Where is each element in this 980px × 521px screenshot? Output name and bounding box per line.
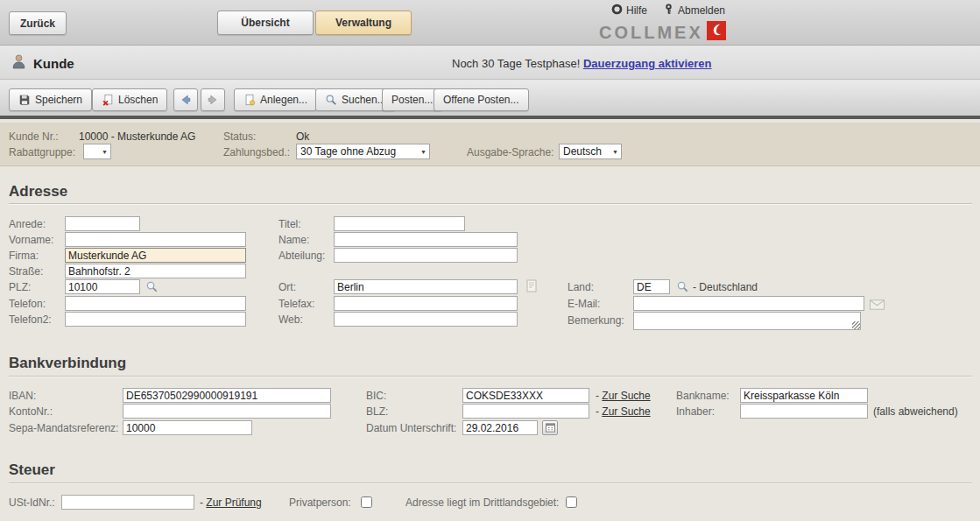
telefon-label: Telefon: [9,297,46,312]
bemerkung-textarea[interactable] [633,312,861,330]
privatperson-checkbox[interactable] [361,496,372,508]
activate-permanent-access-link[interactable]: Dauerzugang aktivieren [583,57,712,70]
offene-posten-button[interactable]: Offene Posten... [434,88,529,111]
floppy-disk-icon [18,94,31,106]
inhaber-hint-text: (falls abweichend) [873,405,958,419]
bic-input[interactable] [462,388,589,403]
save-button[interactable]: Speichern [9,88,92,111]
telefon2-label: Telefon2: [9,313,52,327]
textarea-resize-grip[interactable] [852,321,860,329]
firma-input[interactable] [65,248,246,263]
plz-input[interactable] [65,279,140,294]
plz-lookup-icon[interactable] [145,280,159,297]
bic-search-row: - Zur Suche [596,389,651,404]
zahlungsbed-select[interactable]: 30 Tage ohne Abzug ▼ [296,144,430,159]
status-label: Status: [223,130,256,143]
email-input[interactable] [633,296,864,311]
rabattgruppe-select[interactable]: ▼ [83,144,111,159]
ustid-label: USt-IdNr.: [9,496,55,510]
section-divider [9,203,972,204]
firma-label: Firma: [9,249,39,264]
iban-input[interactable] [123,388,331,403]
delete-button[interactable]: Löschen [92,88,167,111]
delete-icon [102,94,114,106]
ort-input[interactable] [334,279,518,294]
kontonr-input[interactable] [123,404,331,419]
blz-input[interactable] [462,404,589,419]
create-label: Anlegen... [260,94,307,106]
land-label: Land: [568,280,594,295]
bankname-input[interactable] [740,388,868,403]
help-icon [611,4,623,18]
previous-record-button[interactable] [173,88,198,111]
ustid-input[interactable] [61,495,194,510]
arrow-right-icon [207,94,219,106]
ustid-check-link[interactable]: Zur Prüfung [206,496,261,509]
land-input[interactable] [633,279,670,294]
telefax-label: Telefax: [278,297,314,312]
email-envelope-icon[interactable] [870,298,885,313]
sepa-label: Sepa-Mandatsreferenz: [9,421,118,436]
calendar-icon [546,420,555,436]
web-input[interactable] [334,312,518,327]
bemerkung-label: Bemerkung: [568,313,624,328]
web-label: Web: [278,313,303,327]
ort-label: Ort: [278,280,296,295]
datum-unterschrift-input[interactable] [462,420,538,435]
section-title-steuer: Steuer [9,461,55,479]
dash-text: - [596,405,599,418]
blz-search-link[interactable]: Zur Suche [602,405,650,418]
delete-label: Löschen [118,94,158,106]
titel-label: Titel: [278,217,301,232]
tab-uebersicht[interactable]: Übersicht [217,11,314,35]
next-record-button[interactable] [201,88,225,111]
trial-text: Noch 30 Tage Testphase! [452,57,580,70]
status-value: Ok [296,130,309,143]
telefon2-input[interactable] [65,312,246,327]
bankname-label: Bankname: [676,389,730,404]
offene-posten-label: Offene Posten... [443,94,519,106]
ustid-check-row: - Zur Prüfung [200,496,262,510]
collmex-logo: COLLMEX [599,21,726,44]
back-button[interactable]: Zurück [9,11,67,35]
abteilung-input[interactable] [334,248,518,263]
logout-link[interactable]: Abmelden [663,4,725,18]
inhaber-label: Inhaber: [676,405,715,419]
collmex-customer-page: Zurück Übersicht Verwaltung Hilfe Abmeld… [0,0,980,521]
sprache-select[interactable]: Deutsch ▼ [559,144,622,159]
create-button[interactable]: Anlegen... [234,88,317,111]
logo-text: COLLMEX [599,23,703,43]
drittland-checkbox[interactable] [566,496,577,508]
help-link[interactable]: Hilfe [611,4,647,18]
name-input[interactable] [334,232,518,247]
posten-label: Posten... [391,94,433,106]
sepa-input[interactable] [123,420,252,435]
dropdown-arrow-icon: ▼ [420,149,427,155]
vorname-input[interactable] [65,232,246,247]
dash-text: - [596,390,599,402]
land-name-text: - Deutschland [693,280,758,295]
sprache-label: Ausgabe-Sprache: [467,146,553,158]
arrow-left-icon [180,94,192,106]
telefax-input[interactable] [334,296,518,311]
land-lookup-icon[interactable] [676,280,689,297]
section-title-adresse: Adresse [9,183,67,201]
calendar-button[interactable] [542,420,558,435]
ort-map-icon[interactable] [525,278,539,297]
blz-label: BLZ: [366,405,388,419]
telefon-input[interactable] [65,296,246,311]
inhaber-input[interactable] [740,404,868,419]
key-icon [663,4,674,18]
anrede-input[interactable] [65,216,140,231]
tab-verwaltung[interactable]: Verwaltung [315,11,412,35]
save-label: Speichern [35,94,82,106]
bic-search-link[interactable]: Zur Suche [602,390,650,402]
new-document-icon [243,94,256,106]
strasse-input[interactable] [65,264,246,278]
titel-input[interactable] [334,216,465,231]
dropdown-arrow-icon: ▼ [102,149,108,155]
dash-text: - [200,496,203,509]
sprache-value: Deutsch [563,145,602,158]
anrede-label: Anrede: [9,217,46,232]
kontonr-label: KontoNr.: [9,405,53,419]
